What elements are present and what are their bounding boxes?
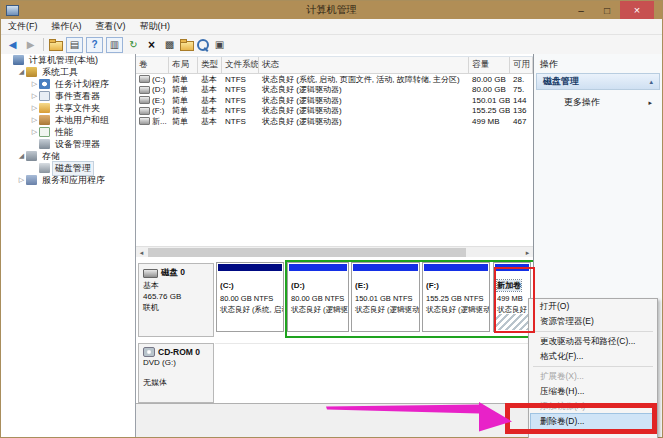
maximize-button[interactable]: □ (594, 1, 620, 19)
table-row[interactable]: (E:)简单基本NTFS状态良好 (逻辑驱动器)150.01 GB144 (136, 95, 533, 106)
disk0-label[interactable]: 磁盘 0 基本 465.76 GB 联机 (138, 263, 214, 337)
disk0-name: 磁盘 0 (161, 267, 185, 279)
sidebar-item-device-manager[interactable]: 设备管理器 (1, 138, 135, 150)
sidebar-item-local-users-groups[interactable]: ▷本地用户和组 (1, 114, 135, 126)
menu-item-view[interactable]: 查看(V) (89, 20, 133, 33)
context-menu-item-format[interactable]: 格式化(F)... (531, 349, 655, 364)
partition-status: 状态良好 (逻辑驱动器) (291, 305, 348, 315)
tree-expander-icon[interactable]: ▷ (30, 92, 39, 100)
diskview-empty-area (136, 404, 533, 437)
partition-text: 新加卷499 MB状态良好 ( (494, 272, 530, 315)
table-row[interactable]: 新...简单基本NTFS状态良好 (逻辑驱动器)499 MB467 (136, 116, 533, 127)
actions-section-disk-management[interactable]: 磁盘管理 ▴ (536, 73, 660, 90)
tree-expander-icon[interactable]: ▷ (30, 104, 39, 112)
column-header-type[interactable]: 类型 (198, 57, 222, 73)
partition-f[interactable]: (F:)155.25 GB NTFS状态良好 (逻辑驱动器) (422, 262, 490, 332)
table-row[interactable]: (F:)简单基本NTFS状态良好 (逻辑驱动器)155.25 GB136 (136, 106, 533, 117)
context-menu-item-delete-volume[interactable]: 删除卷(D)... (531, 414, 655, 429)
cell-volume: (F:) (136, 106, 169, 115)
partition-size: 80.00 GB NTFS (220, 294, 283, 303)
column-header-fs[interactable]: 文件系统 (222, 57, 259, 73)
partition-new-volume[interactable]: 新加卷499 MB状态良好 ( (493, 262, 531, 332)
cell-volume: (E:) (136, 96, 169, 105)
disk-graphical-view: 磁盘 0 基本 465.76 GB 联机 (C:)80.00 GB NTFS状态… (136, 257, 533, 437)
users-icon (39, 115, 50, 125)
partition-type-band (353, 264, 418, 271)
context-menu-item-extend-volume: 扩展卷(X)... (531, 369, 655, 384)
partition-name: 新加卷 (497, 280, 521, 291)
context-menu-item-explorer[interactable]: 资源管理器(E) (531, 314, 655, 329)
table-row[interactable]: (D:)简单基本NTFS状态良好 (逻辑驱动器)80.00 GB75. (136, 85, 533, 96)
partition-status: 状态良好 (逻辑驱动器) (355, 305, 419, 315)
cell-type: 基本 (198, 105, 222, 116)
tree-expander-icon[interactable]: ▷ (17, 176, 26, 184)
partition-name: (E:) (355, 281, 368, 290)
cdrom-label[interactable]: CD-ROM 0 DVD (G:) 无媒体 (138, 343, 214, 403)
menu-item-action[interactable]: 操作(A) (45, 20, 89, 33)
list-view-button-icon[interactable]: ▤ (66, 37, 83, 53)
cell-capacity: 80.00 GB (469, 85, 510, 94)
scrollbar-thumb[interactable] (148, 248, 466, 257)
volume-icon (139, 96, 150, 104)
sidebar-item-system-tools[interactable]: ◢系统工具 (1, 66, 135, 78)
tree-expander-icon[interactable]: ▷ (30, 80, 39, 88)
devices-icon (39, 139, 50, 149)
table-row[interactable]: (C:)简单基本NTFS状态良好 (系统, 启动, 页面文件, 活动, 故障转储… (136, 74, 533, 85)
column-header-volume[interactable]: 卷 (136, 57, 169, 73)
back-button-icon[interactable]: ◀ (5, 38, 20, 52)
partition-d[interactable]: (D:)80.00 GB NTFS状态良好 (逻辑驱动器) (287, 262, 349, 332)
sidebar-item-computer-management[interactable]: 计算机管理(本地) (1, 54, 135, 66)
find-button-icon[interactable] (197, 39, 209, 51)
context-menu: 打开(O)资源管理器(E)更改驱动器号和路径(C)...格式化(F)...扩展卷… (528, 298, 658, 438)
tree-expander-icon[interactable]: ◢ (17, 68, 26, 76)
sidebar-item-disk-management[interactable]: 磁盘管理 (1, 162, 135, 174)
sidebar-item-storage[interactable]: ◢存储 (1, 150, 135, 162)
tree-expander-icon[interactable]: ▷ (30, 116, 39, 124)
help-button-icon[interactable]: ? (86, 37, 103, 53)
partition-c[interactable]: (C:)80.00 GB NTFS状态良好 (系统, 启动, 页面文件 (216, 262, 284, 332)
sidebar-item-performance[interactable]: ▷性能 (1, 126, 135, 138)
cell-capacity: 80.00 GB (469, 75, 510, 84)
partition-status: 状态良好 (逻辑驱动器) (426, 305, 489, 315)
context-menu-item-shrink-volume[interactable]: 压缩卷(H)... (531, 384, 655, 399)
partition-text: (C:)80.00 GB NTFS状态良好 (系统, 启动, 页面文件 (217, 272, 283, 315)
minimize-button[interactable]: – (568, 1, 594, 19)
close-button[interactable]: × (620, 1, 654, 19)
sidebar-item-task-scheduler[interactable]: ▷任务计划程序 (1, 78, 135, 90)
column-header-layout[interactable]: 布局 (169, 57, 198, 73)
delete-x-button-icon[interactable]: × (144, 38, 159, 52)
context-menu-item-open[interactable]: 打开(O) (531, 299, 655, 314)
window-view-button-icon[interactable]: ▥ (106, 37, 123, 53)
up-folder-button-icon[interactable] (49, 41, 63, 51)
cell-capacity: 150.01 GB (469, 96, 510, 105)
column-header-capacity[interactable]: 容量 (469, 57, 510, 73)
column-header-free[interactable]: 可用 (510, 57, 533, 73)
services-icon (26, 175, 37, 185)
cdrom-drive: DVD (G:) (143, 358, 213, 367)
more-actions-item[interactable]: 更多操作 ▸ (536, 95, 660, 110)
menu-item-help[interactable]: 帮助(H) (133, 20, 178, 33)
refresh-button-icon[interactable]: ↻ (126, 38, 141, 52)
sidebar-item-shared-folders[interactable]: ▷共享文件夹 (1, 102, 135, 114)
disk-actions-button-icon[interactable]: ▣ (212, 38, 227, 52)
events-icon (39, 91, 50, 101)
open-folder-button-icon[interactable] (180, 41, 194, 51)
collapse-icon[interactable]: ▴ (649, 78, 653, 86)
properties-button-icon[interactable]: ▩ (162, 38, 177, 52)
context-menu-item-change-letter[interactable]: 更改驱动器号和路径(C)... (531, 334, 655, 349)
cell-layout: 简单 (169, 84, 198, 95)
tree-expander-icon[interactable]: ▷ (30, 128, 39, 136)
scheduler-icon (39, 79, 50, 89)
cell-type: 基本 (198, 116, 222, 127)
volume-icon (139, 117, 150, 125)
menu-item-file[interactable]: 文件(F) (1, 20, 45, 33)
partition-e[interactable]: (E:)150.01 GB NTFS状态良好 (逻辑驱动器) (351, 262, 420, 332)
tree-expander-icon[interactable]: ◢ (17, 152, 26, 160)
column-header-status[interactable]: 状态 (259, 57, 469, 73)
volume-list-body: (C:)简单基本NTFS状态良好 (系统, 启动, 页面文件, 活动, 故障转储… (136, 74, 533, 127)
sidebar-item-event-viewer[interactable]: ▷事件查看器 (1, 90, 135, 102)
cell-capacity: 155.25 GB (469, 106, 510, 115)
sidebar-item-services-apps[interactable]: ▷服务和应用程序 (1, 174, 135, 186)
forward-button-icon[interactable]: ▶ (23, 38, 38, 52)
menu-bar: 文件(F)操作(A)查看(V)帮助(H) (1, 19, 662, 35)
